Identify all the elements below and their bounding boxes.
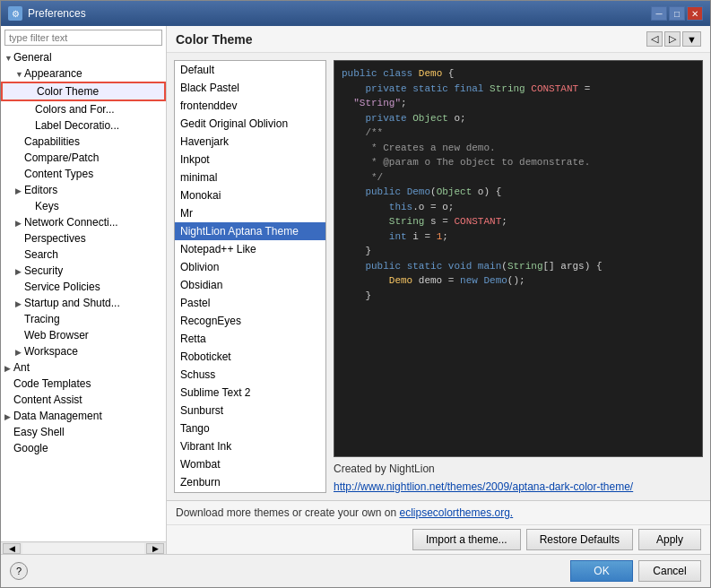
sidebar-item-perspectives[interactable]: Perspectives [1,230,166,246]
code-line-6: /** [342,125,695,141]
expander-icon: ▶ [4,364,13,373]
sidebar-item-label-decorations[interactable]: Label Decoratio... [1,117,166,134]
sidebar-item-general[interactable]: ▼ General [1,49,166,65]
code-line-4: private Object o; [342,111,695,126]
action-buttons: Import a theme... Restore Defaults Apply [167,524,710,554]
nav-dropdown-button[interactable]: ▼ [682,31,701,47]
theme-item-oblivion[interactable]: Oblivion [175,258,325,276]
sidebar-item-tracing[interactable]: Tracing [1,311,166,327]
theme-item-recogneyes[interactable]: RecognEyes [175,312,325,330]
sidebar-item-network-connectivity[interactable]: ▶ Network Connecti... [1,214,166,230]
theme-link[interactable]: http://www.nightlion.net/themes/2009/apt… [334,480,703,493]
theme-item-sublime[interactable]: Sublime Text 2 [175,384,325,402]
sidebar-item-content-assist[interactable]: Content Assist [1,392,166,408]
theme-list[interactable]: Default Black Pastel frontenddev Gedit O… [174,60,326,493]
theme-item-zenburn[interactable]: Zenburn [175,473,325,491]
code-line-7: * Creates a new demo. [342,141,695,156]
footer-left: ? [10,562,28,580]
footer: ? OK Cancel [1,554,710,587]
theme-item-retta[interactable]: Retta [175,330,325,348]
sidebar-item-editors[interactable]: ▶ Editors [1,182,166,198]
sidebar-item-appearance[interactable]: ▼ Appearance [1,65,166,82]
sidebar-item-capabilities[interactable]: Capabilities [1,134,166,150]
panel-nav: ◁ ▷ ▼ [646,31,701,47]
theme-item-sunburst[interactable]: Sunburst [175,402,325,419]
filter-input[interactable] [4,30,162,46]
theme-item-minimal[interactable]: minimal [175,169,325,186]
maximize-button[interactable]: □ [669,6,685,21]
dialog-title: Preferences [28,7,86,20]
code-line-14: } [342,244,695,259]
code-line-9: */ [342,170,695,186]
close-button[interactable]: ✕ [687,6,703,21]
title-bar-left: ⚙ Preferences [8,6,86,21]
sidebar-item-google[interactable]: Google [1,440,166,456]
code-line-10: public Demo(Object o) { [342,185,695,200]
nav-forward-button[interactable]: ▷ [664,31,681,47]
sidebar-item-data-management[interactable]: ▶ Data Management [1,408,166,424]
theme-item-monokai[interactable]: Monokai [175,186,325,204]
theme-item-pastel[interactable]: Pastel [175,294,325,312]
sidebar-item-search[interactable]: Search [1,246,166,263]
sidebar-item-color-theme[interactable]: Color Theme [1,82,166,101]
scroll-right-btn[interactable]: ▶ [146,543,164,554]
sidebar-item-code-templates[interactable]: Code Templates [1,376,166,392]
theme-item-roboticket[interactable]: Roboticket [175,348,325,366]
sidebar-item-easy-shell[interactable]: Easy Shell [1,424,166,440]
theme-item-nightlion[interactable]: NightLion Aptana Theme [175,222,325,240]
expander-icon: ▼ [4,54,13,63]
sidebar-item-security[interactable]: ▶ Security [1,263,166,279]
sidebar-item-compare-patch[interactable]: Compare/Patch [1,150,166,166]
sidebar-item-keys[interactable]: Keys [1,198,166,214]
sidebar-item-startup-shutdown[interactable]: ▶ Startup and Shutd... [1,295,166,311]
code-line-1: public class Demo { [342,66,695,82]
code-line-13: int i = 1; [342,229,695,245]
theme-item-schuss[interactable]: Schuss [175,366,325,384]
theme-item-tango[interactable]: Tango [175,419,325,437]
sidebar-item-colors-and-fonts[interactable]: Colors and For... [1,101,166,117]
theme-item-wombat[interactable]: Wombat [175,455,325,473]
sidebar-bottom: ◀ ▶ [1,541,166,554]
panel-body: Default Black Pastel frontenddev Gedit O… [167,53,710,500]
import-theme-button[interactable]: Import a theme... [412,529,521,550]
theme-item-vibrant-ink[interactable]: Vibrant Ink [175,437,325,455]
eclipse-link[interactable]: eclipsecolorthemes.org. [399,506,513,519]
code-line-3: "String"; [342,96,695,111]
theme-item-notepadpp[interactable]: Notepad++ Like [175,240,325,258]
theme-item-default[interactable]: Default [175,61,325,79]
code-line-11: this.o = o; [342,200,695,215]
theme-item-frontenddev[interactable]: frontenddev [175,97,325,115]
cancel-button[interactable]: Cancel [638,560,701,582]
title-bar: ⚙ Preferences ─ □ ✕ [1,1,710,26]
help-button[interactable]: ? [10,562,28,580]
expander-icon: ▶ [15,186,24,195]
right-panel: Color Theme ◁ ▷ ▼ Default Black Pastel f… [167,26,710,554]
sidebar: ▼ General ▼ Appearance Color Theme Color… [1,26,167,554]
panel-title: Color Theme [176,32,253,47]
code-preview: public class Demo { private static final… [334,60,703,457]
theme-item-gedit[interactable]: Gedit Original Oblivion [175,115,325,133]
theme-item-obsidian[interactable]: Obsidian [175,276,325,294]
sidebar-item-workspace[interactable]: ▶ Workspace [1,343,166,359]
theme-item-black-pastel[interactable]: Black Pastel [175,79,325,97]
sidebar-item-content-types[interactable]: Content Types [1,166,166,182]
sidebar-item-service-policies[interactable]: Service Policies [1,279,166,295]
theme-item-mr[interactable]: Mr [175,204,325,222]
horizontal-scrollbar-track [22,543,144,554]
restore-defaults-button[interactable]: Restore Defaults [526,529,633,550]
scroll-left-btn[interactable]: ◀ [3,543,21,554]
panel-header: Color Theme ◁ ▷ ▼ [167,26,710,53]
theme-item-havenjark[interactable]: Havenjark [175,133,325,151]
minimize-button[interactable]: ─ [651,6,667,21]
nav-back-button[interactable]: ◁ [646,31,663,47]
window-controls: ─ □ ✕ [651,6,703,21]
theme-item-inkpot[interactable]: Inkpot [175,151,325,169]
apply-button[interactable]: Apply [638,529,701,550]
preferences-dialog: ⚙ Preferences ─ □ ✕ ▼ General ▼ Appearan… [0,0,711,588]
sidebar-item-web-browser[interactable]: Web Browser [1,327,166,343]
code-line-16: public static void main(String[] args) { [342,259,695,274]
code-line-2: private static final String CONSTANT = [342,82,695,97]
ok-button[interactable]: OK [570,560,633,582]
expander-icon: ▶ [4,412,13,421]
sidebar-item-ant[interactable]: ▶ Ant [1,359,166,376]
